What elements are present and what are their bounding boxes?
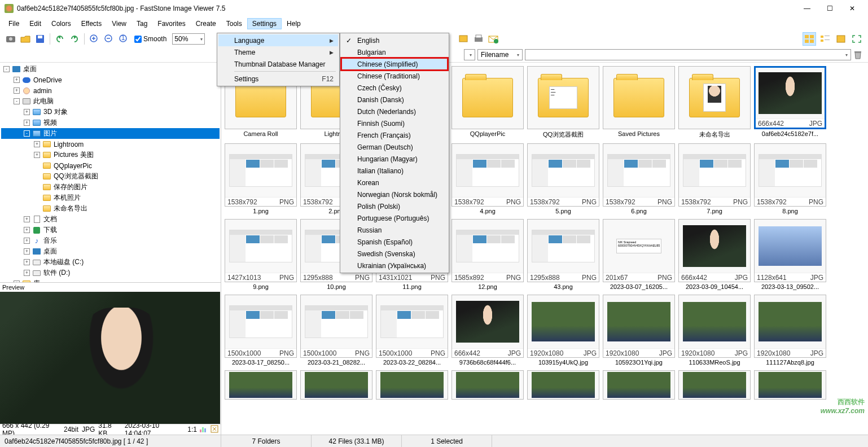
file-thumbnail[interactable]: 1427x1013PNG9.png [225, 219, 297, 291]
tree-item[interactable]: +♪音乐 [1, 235, 220, 246]
file-thumbnail[interactable]: 1295x888PNG43.png [527, 219, 599, 291]
tree-item[interactable]: +桌面 [1, 246, 220, 257]
file-thumbnail[interactable]: 1538x792PNG8.png [754, 143, 826, 216]
tree-item[interactable]: +软件 (D:) [1, 268, 220, 278]
file-thumbnail[interactable]: 666x442JPG9736b68c68f444f6... [451, 295, 524, 367]
menu-effects[interactable]: Effects [76, 18, 107, 29]
menu-edit[interactable]: Edit [24, 18, 46, 29]
zoom-dropdown[interactable]: 50% [172, 33, 205, 45]
file-thumbnail[interactable]: 1538x792PNG1.png [225, 143, 297, 216]
language-option[interactable]: Czech (Česky) [341, 82, 448, 94]
sort-dropdown[interactable]: Filename [477, 49, 523, 60]
open-icon[interactable] [19, 33, 32, 45]
tree-item[interactable]: +Lightroom [1, 139, 220, 150]
language-option[interactable]: Danish (Dansk) [341, 94, 448, 106]
folder-thumbnail[interactable]: Saved Pictures [603, 66, 675, 140]
close-button[interactable]: ✕ [847, 3, 858, 14]
language-option[interactable]: Norwegian (Norsk bokmål) [341, 189, 448, 200]
file-thumbnail[interactable] [754, 370, 826, 400]
view-single-button[interactable] [834, 32, 848, 46]
language-option[interactable]: English [341, 34, 448, 46]
tree-item[interactable]: +admin [1, 85, 220, 96]
file-thumbnail[interactable]: 1920x1080JPG105923O1Yqi.jpg [603, 295, 675, 367]
file-thumbnail[interactable]: 1128x641JPG2023-03-13_09502... [754, 219, 826, 291]
view-thumbnails-button[interactable] [803, 32, 816, 46]
file-thumbnail[interactable]: 1538x792PNG6.png [603, 143, 675, 216]
menu-theme[interactable]: Theme▶ [218, 46, 338, 58]
language-option[interactable]: Chinese (Traditional) [341, 70, 448, 82]
menu-tag[interactable]: Tag [131, 18, 152, 29]
file-thumbnail[interactable] [527, 370, 599, 400]
zoom-out-icon[interactable] [103, 33, 115, 45]
histogram-icon[interactable] [199, 425, 208, 435]
tree-item[interactable]: QQplayerPic [1, 160, 220, 171]
tree-item[interactable]: 未命名导出 [1, 203, 220, 214]
file-thumbnail[interactable]: 666x442JPG0af6eb24c5182e7f... [754, 66, 826, 140]
trash-icon[interactable] [853, 50, 863, 60]
language-option[interactable]: Chinese (Simplified) [341, 58, 448, 70]
tree-item[interactable]: +库 [1, 278, 220, 282]
acquire-icon[interactable] [5, 33, 17, 45]
language-option[interactable]: Spanish (Español) [341, 236, 448, 248]
tree-item[interactable]: QQ浏览器截图 [1, 171, 220, 182]
file-thumbnail[interactable] [225, 370, 297, 400]
file-thumbnail[interactable]: 1920x1080JPG103915y4UkQ.jpg [527, 295, 599, 367]
menu-settings[interactable]: Settings [247, 18, 282, 29]
language-option[interactable]: Swedish (Svenska) [341, 248, 448, 260]
language-option[interactable]: Hungarian (Magyar) [341, 153, 448, 165]
minimize-button[interactable]: — [801, 3, 813, 14]
menu-create[interactable]: Create [191, 18, 221, 29]
file-thumbnail[interactable]: 1538x792PNG4.png [451, 143, 524, 216]
menu-view[interactable]: View [107, 18, 131, 29]
print-icon[interactable] [472, 33, 485, 45]
file-thumbnail[interactable]: 1585x892PNG12.png [451, 219, 524, 291]
file-thumbnail[interactable]: 1538x792PNG5.png [527, 143, 599, 216]
thumbnail-grid[interactable]: Camera RollLightro...QQplayerPic━━━━━━━━… [221, 63, 868, 435]
language-option[interactable]: French (Français) [341, 129, 448, 141]
language-option[interactable]: Russian [341, 224, 448, 236]
tree-item[interactable]: +本地磁盘 (C:) [1, 257, 220, 268]
path-input[interactable] [525, 49, 851, 60]
undo-icon[interactable] [54, 33, 66, 45]
file-thumbnail[interactable]: NIK Snapseed 600000T9D4V45XQYKKAAEU85201… [603, 219, 675, 291]
language-option[interactable]: Portuguese (Português) [341, 212, 448, 224]
redo-icon[interactable] [68, 33, 81, 45]
file-thumbnail[interactable]: 1920x1080JPG110633MReoS.jpg [678, 295, 751, 367]
zoom-actual-icon[interactable]: 1 [117, 33, 130, 45]
tree-item[interactable]: -桌面 [1, 64, 220, 74]
menu-thumbnail-db[interactable]: Thumbnail Database Manager [218, 58, 338, 70]
tree-item[interactable]: +3D 对象 [1, 107, 220, 117]
file-thumbnail[interactable]: 666x442JPG2023-03-09_10454... [678, 219, 751, 291]
save-icon[interactable] [34, 33, 46, 45]
tree-item[interactable]: +文档 [1, 214, 220, 225]
menu-file[interactable]: File [3, 18, 24, 29]
file-thumbnail[interactable] [300, 370, 372, 400]
tree-item[interactable]: +Pictures 美图 [1, 150, 220, 160]
file-thumbnail[interactable]: 1500x1000PNG2023-03-17_08250... [225, 295, 297, 367]
file-thumbnail[interactable]: 1500x1000PNG2023-03-22_08284... [376, 295, 448, 367]
language-option[interactable]: Italian (Italiano) [341, 165, 448, 177]
tree-item[interactable]: 本机照片 [1, 192, 220, 203]
folder-thumbnail[interactable]: ━━━━━━━━━━QQ浏览器截图 [527, 66, 599, 140]
language-option[interactable]: Polish (Polski) [341, 200, 448, 212]
fit-icon[interactable] [211, 425, 218, 435]
folder-thumbnail[interactable]: QQplayerPic [451, 66, 524, 140]
file-thumbnail[interactable] [376, 370, 448, 400]
menu-tools[interactable]: Tools [221, 18, 247, 29]
tree-item[interactable]: +视频 [1, 117, 220, 128]
language-option[interactable]: Finnish (Suomi) [341, 117, 448, 129]
menu-settings[interactable]: SettingsF12 [218, 73, 338, 85]
smooth-input[interactable] [134, 36, 142, 43]
menu-help[interactable]: Help [282, 18, 306, 29]
file-thumbnail[interactable] [678, 370, 751, 400]
folder-thumbnail[interactable]: 未命名导出 [678, 66, 751, 140]
language-option[interactable]: German (Deutsch) [341, 141, 448, 153]
language-option[interactable]: Dutch (Nederlands) [341, 106, 448, 117]
tree-item[interactable]: -图片 [1, 128, 220, 139]
tree-item[interactable]: 保存的图片 [1, 182, 220, 192]
zoom-in-icon[interactable] [88, 33, 100, 45]
tree-item[interactable]: -此电脑 [1, 96, 220, 107]
file-thumbnail[interactable] [603, 370, 675, 400]
language-option[interactable]: Korean [341, 177, 448, 189]
folder-tree[interactable]: -桌面+OneDrive+admin-此电脑+3D 对象+视频-图片+Light… [0, 63, 221, 282]
